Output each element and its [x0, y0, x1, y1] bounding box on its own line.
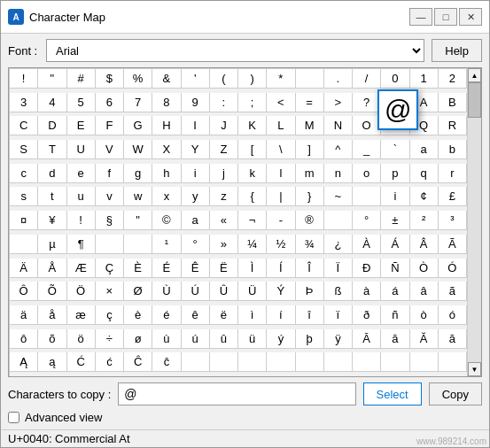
- char-cell[interactable]: Ù: [152, 282, 181, 301]
- char-cell[interactable]: J: [210, 116, 238, 135]
- char-cell[interactable]: ô: [10, 329, 38, 349]
- char-cell[interactable]: r: [439, 164, 467, 183]
- char-cell[interactable]: ²: [410, 211, 439, 230]
- char-cell[interactable]: >: [324, 93, 353, 112]
- char-cell[interactable]: .: [324, 69, 353, 89]
- char-cell[interactable]: ö: [67, 329, 96, 349]
- char-cell[interactable]: A: [410, 93, 439, 112]
- char-cell[interactable]: G: [124, 116, 152, 135]
- char-cell[interactable]: B: [439, 93, 467, 112]
- advanced-view-checkbox[interactable]: [8, 412, 19, 423]
- char-cell[interactable]: Y: [182, 140, 210, 159]
- char-cell[interactable]: 8: [152, 93, 181, 112]
- char-cell[interactable]: !: [10, 69, 38, 89]
- char-cell[interactable]: {: [238, 187, 267, 206]
- char-cell[interactable]: &: [152, 69, 181, 89]
- char-cell[interactable]: [267, 352, 295, 372]
- char-cell[interactable]: ü: [238, 329, 267, 349]
- char-cell[interactable]: ^: [324, 140, 353, 159]
- char-cell[interactable]: s: [10, 187, 38, 206]
- char-cell[interactable]: 9: [182, 93, 210, 112]
- char-cell[interactable]: û: [210, 329, 238, 349]
- char-cell[interactable]: E: [67, 116, 96, 135]
- char-cell[interactable]: ï: [324, 305, 353, 325]
- char-cell[interactable]: 7: [124, 93, 152, 112]
- char-cell[interactable]: à: [353, 282, 381, 301]
- char-cell[interactable]: ®: [296, 211, 324, 230]
- char-cell[interactable]: Ï: [324, 259, 353, 278]
- char-cell[interactable]: Ĉ: [124, 352, 152, 372]
- char-cell[interactable]: b: [439, 140, 467, 159]
- advanced-view-label[interactable]: Advanced view: [25, 411, 102, 424]
- char-cell[interactable]: å: [38, 305, 66, 325]
- char-cell[interactable]: ÿ: [324, 329, 353, 349]
- char-cell[interactable]: Â: [410, 235, 439, 254]
- char-cell[interactable]: #: [67, 69, 96, 89]
- char-cell[interactable]: É: [152, 259, 181, 278]
- char-cell[interactable]: Ã: [439, 235, 467, 254]
- font-select[interactable]: Arial: [46, 39, 424, 62]
- select-button[interactable]: Select: [363, 382, 422, 406]
- char-cell[interactable]: X: [152, 140, 181, 159]
- char-cell[interactable]: ±: [381, 211, 409, 230]
- char-cell[interactable]: [324, 211, 353, 230]
- char-cell[interactable]: ã: [439, 282, 467, 301]
- copy-input[interactable]: [118, 382, 355, 406]
- char-cell[interactable]: ¾: [296, 235, 324, 254]
- char-cell[interactable]: 5: [67, 93, 96, 112]
- scroll-up-button[interactable]: ▲: [468, 68, 481, 82]
- char-cell[interactable]: \: [267, 140, 295, 159]
- char-cell[interactable]: ¶: [67, 235, 96, 254]
- char-cell[interactable]: è: [124, 305, 152, 325]
- char-cell[interactable]: P: [381, 116, 409, 135]
- char-cell[interactable]: ß: [324, 282, 353, 301]
- char-cell[interactable]: ¥: [38, 211, 66, 230]
- char-cell[interactable]: ä: [10, 305, 38, 325]
- char-cell[interactable]: ]: [296, 140, 324, 159]
- char-cell[interactable]: Ê: [182, 259, 210, 278]
- char-cell[interactable]: ì: [238, 305, 267, 325]
- char-cell[interactable]: 1: [410, 69, 439, 89]
- char-cell[interactable]: î: [296, 305, 324, 325]
- char-cell[interactable]: W: [124, 140, 152, 159]
- char-cell[interactable]: [353, 187, 381, 206]
- char-cell[interactable]: ó: [439, 305, 467, 325]
- char-cell[interactable]: 6: [96, 93, 124, 112]
- char-cell[interactable]: £: [439, 187, 467, 206]
- char-cell[interactable]: v: [96, 187, 124, 206]
- char-cell[interactable]: «: [210, 211, 238, 230]
- char-cell[interactable]: ×: [96, 282, 124, 301]
- char-cell[interactable]: f: [96, 164, 124, 183]
- char-cell[interactable]: ñ: [381, 305, 409, 325]
- char-cell[interactable]: Ą: [10, 352, 38, 372]
- char-cell[interactable]: g: [124, 164, 152, 183]
- char-cell[interactable]: z: [210, 187, 238, 206]
- char-cell[interactable]: Ò: [410, 259, 439, 278]
- minimize-button[interactable]: —: [409, 8, 432, 26]
- char-cell[interactable]: |: [267, 187, 295, 206]
- char-cell[interactable]: [210, 352, 238, 372]
- char-cell[interactable]: [: [238, 140, 267, 159]
- char-cell[interactable]: k: [238, 164, 267, 183]
- char-cell[interactable]: p: [381, 164, 409, 183]
- char-cell[interactable]: í: [267, 305, 295, 325]
- char-cell[interactable]: ¬: [238, 211, 267, 230]
- char-cell[interactable]: Ø: [124, 282, 152, 301]
- char-cell[interactable]: õ: [38, 329, 66, 349]
- char-cell[interactable]: D: [38, 116, 66, 135]
- char-cell[interactable]: [124, 235, 152, 254]
- char-cell[interactable]: ?: [353, 93, 381, 112]
- char-cell[interactable]: ¢: [410, 187, 439, 206]
- char-cell[interactable]: [410, 352, 439, 372]
- char-cell[interactable]: [10, 235, 38, 254]
- char-cell[interactable]: ë: [210, 305, 238, 325]
- char-cell[interactable]: a: [182, 211, 210, 230]
- char-cell[interactable]: :: [210, 93, 238, 112]
- char-cell[interactable]: ą: [38, 352, 66, 372]
- char-cell[interactable]: R: [439, 116, 467, 135]
- char-cell[interactable]: ê: [182, 305, 210, 325]
- char-cell[interactable]: /: [353, 69, 381, 89]
- char-cell[interactable]: ¼: [238, 235, 267, 254]
- char-cell[interactable]: ð: [353, 305, 381, 325]
- char-cell[interactable]: l: [267, 164, 295, 183]
